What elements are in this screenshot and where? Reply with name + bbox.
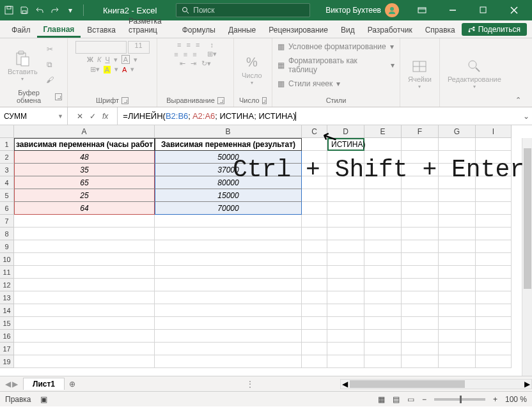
cell[interactable] [302, 215, 327, 228]
cell[interactable] [364, 304, 402, 317]
tab-file[interactable]: Файл [5, 22, 37, 38]
cell[interactable] [476, 228, 512, 240]
cell[interactable] [14, 240, 155, 253]
fx-icon[interactable]: fx [102, 112, 108, 121]
view-page-icon[interactable]: ▤ [393, 395, 400, 404]
cell[interactable] [439, 138, 476, 151]
cell[interactable] [327, 279, 364, 291]
row-header[interactable]: 13 [0, 291, 14, 304]
copy-icon[interactable]: ⧉ [43, 58, 57, 72]
cell[interactable] [364, 228, 402, 240]
row-header[interactable]: 1 [0, 138, 14, 151]
macro-record-icon[interactable]: ▣ [40, 395, 47, 404]
close-icon[interactable] [500, 0, 528, 20]
qat-dropdown-icon[interactable]: ▾ [65, 5, 75, 15]
cell[interactable] [402, 189, 439, 202]
cell[interactable] [327, 330, 364, 343]
number-launcher-icon[interactable] [262, 97, 267, 104]
cell[interactable]: 65 [14, 176, 155, 189]
cell[interactable]: 64 [14, 202, 155, 215]
row-header[interactable]: 12 [0, 279, 14, 291]
cell[interactable] [14, 291, 155, 304]
cell[interactable] [155, 266, 302, 279]
cell[interactable]: 35 [14, 164, 155, 176]
column-header[interactable]: A [14, 125, 155, 138]
cell[interactable] [402, 317, 439, 330]
row-header[interactable]: 17 [0, 343, 14, 355]
cell[interactable] [14, 355, 155, 368]
cell[interactable] [327, 240, 364, 253]
cell[interactable]: Зависимая переменная (результат) [155, 138, 302, 151]
cell[interactable] [14, 304, 155, 317]
cell[interactable] [476, 291, 512, 304]
save-icon[interactable] [19, 5, 29, 15]
cells-button[interactable]: Ячейки ▾ [405, 55, 434, 89]
cell[interactable] [476, 202, 512, 215]
cell[interactable] [327, 202, 364, 215]
row-header[interactable]: 16 [0, 330, 14, 343]
row-header[interactable]: 15 [0, 317, 14, 330]
cell[interactable] [327, 189, 364, 202]
ribbon-display-icon[interactable] [408, 0, 436, 20]
cell[interactable] [439, 228, 476, 240]
cell[interactable]: 70000 [155, 202, 302, 215]
format-painter-icon[interactable]: 🖌 [43, 73, 57, 87]
row-header[interactable]: 10 [0, 253, 14, 266]
expand-formula-bar-icon[interactable]: ⌄ [520, 112, 532, 121]
cell[interactable] [476, 240, 512, 253]
cell[interactable] [439, 304, 476, 317]
horizontal-scrollbar[interactable]: ◀▶ [340, 379, 532, 389]
cell[interactable] [364, 253, 402, 266]
share-button[interactable]: Поделиться [462, 23, 527, 36]
cell[interactable] [476, 304, 512, 317]
tab-view[interactable]: Вид [334, 22, 361, 38]
cell[interactable] [402, 279, 439, 291]
cell[interactable] [439, 253, 476, 266]
zoom-out-icon[interactable]: − [422, 395, 426, 404]
row-header[interactable]: 7 [0, 215, 14, 228]
cell[interactable]: зависимая переменная (часы работ [14, 138, 155, 151]
cell[interactable] [302, 253, 327, 266]
cell[interactable] [14, 279, 155, 291]
select-all-corner[interactable] [0, 125, 14, 138]
row-header[interactable]: 2 [0, 151, 14, 164]
format-as-table[interactable]: ▦Форматировать как таблицу▾ [278, 55, 395, 75]
row-header[interactable]: 4 [0, 176, 14, 189]
cell[interactable] [402, 355, 439, 368]
cell[interactable] [155, 355, 302, 368]
cell[interactable] [364, 215, 402, 228]
cell[interactable] [476, 330, 512, 343]
cell[interactable] [476, 279, 512, 291]
cell[interactable] [439, 330, 476, 343]
name-box[interactable]: СУММ▼ [0, 107, 68, 125]
cell[interactable] [364, 279, 402, 291]
sheet-nav-next-icon[interactable]: ▶ [12, 380, 18, 389]
ribbon-collapse-icon[interactable]: ⌃ [510, 38, 526, 107]
zoom-level[interactable]: 100 % [505, 395, 527, 404]
cell[interactable] [402, 330, 439, 343]
font-size[interactable]: 11 [128, 41, 150, 54]
autosave-icon[interactable] [4, 5, 14, 15]
cell[interactable] [476, 189, 512, 202]
tab-home[interactable]: Главная [37, 21, 81, 38]
tab-help[interactable]: Справка [419, 22, 462, 38]
cell[interactable] [439, 343, 476, 355]
cell[interactable] [302, 202, 327, 215]
cut-icon[interactable]: ✂ [43, 42, 57, 56]
cell[interactable] [14, 228, 155, 240]
column-header[interactable]: G [439, 125, 476, 138]
cell[interactable] [14, 253, 155, 266]
cell[interactable] [155, 291, 302, 304]
cell[interactable]: 15000 [155, 189, 302, 202]
view-break-icon[interactable]: ▭ [407, 395, 414, 404]
cell[interactable] [476, 253, 512, 266]
cell[interactable] [327, 291, 364, 304]
tab-formulas[interactable]: Формулы [176, 22, 222, 38]
cell[interactable] [402, 215, 439, 228]
cell[interactable] [327, 266, 364, 279]
row-header[interactable]: 5 [0, 189, 14, 202]
row-header[interactable]: 9 [0, 240, 14, 253]
font-launcher-icon[interactable] [121, 97, 129, 104]
cell[interactable] [402, 228, 439, 240]
cell[interactable] [302, 279, 327, 291]
